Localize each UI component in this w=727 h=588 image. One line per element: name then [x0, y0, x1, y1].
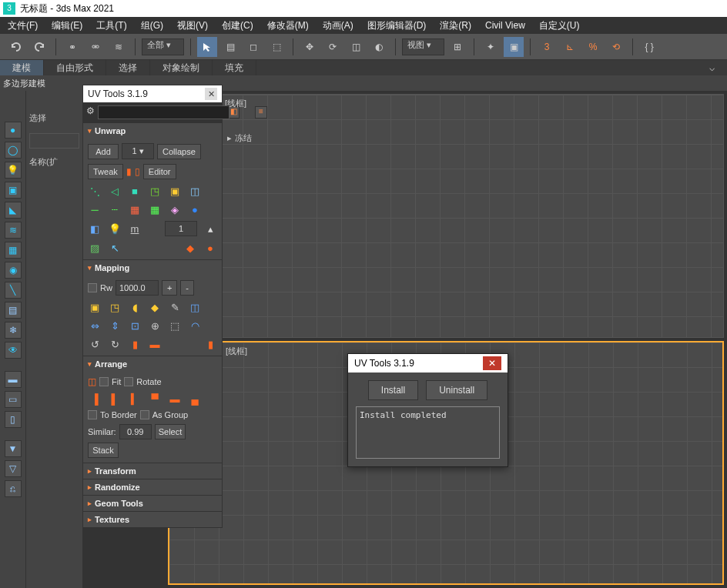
rotate-icon[interactable]: ⟳ — [323, 37, 343, 57]
display-lights-icon[interactable]: 💡 — [5, 162, 22, 179]
pivot-icon[interactable]: ⊞ — [447, 37, 467, 57]
rw-checkbox[interactable]: Rw — [88, 283, 112, 292]
spinner-snap-icon[interactable]: ⟲ — [606, 37, 626, 57]
snap-3d-icon[interactable]: 3 — [537, 37, 557, 57]
flip-h-icon[interactable]: ▮ — [128, 337, 142, 351]
fit-curve-icon[interactable]: ◠ — [188, 319, 202, 332]
place-icon[interactable]: ◐ — [369, 37, 389, 57]
menu-civil[interactable]: Civil View — [485, 20, 525, 31]
display-bones-icon[interactable]: ╲ — [5, 282, 22, 299]
sel-edge-icon[interactable]: ◁ — [108, 184, 122, 198]
fit-box-icon[interactable]: ⊡ — [128, 319, 142, 332]
window-icon[interactable]: ◧ — [88, 222, 102, 236]
funnel2-icon[interactable]: ▽ — [5, 460, 22, 477]
similar-stack-button[interactable]: Stack — [88, 443, 119, 458]
tweak-edge-icon[interactable]: ▯ — [135, 166, 140, 177]
align-b-icon[interactable]: ▄ — [188, 392, 202, 406]
sel-vertex-icon[interactable]: ⋱ — [88, 184, 102, 198]
add-button[interactable]: Add — [88, 144, 119, 159]
filter-invert-icon[interactable]: ▯ — [5, 411, 22, 428]
rot-cw-icon[interactable]: ↻ — [108, 337, 122, 351]
frozen-expand-icon[interactable]: ▸ — [227, 133, 232, 143]
dash2-icon[interactable]: ┄ — [108, 202, 122, 216]
scale-icon[interactable]: ◫ — [346, 37, 366, 57]
select-manipulate-icon[interactable]: ✦ — [481, 37, 501, 57]
similar-select-button[interactable]: Select — [155, 424, 186, 439]
menu-graph[interactable]: 图形编辑器(D) — [367, 19, 427, 32]
map-cyl-icon[interactable]: ◖ — [128, 300, 142, 314]
menu-file[interactable]: 文件(F) — [8, 19, 38, 32]
named-sel-icon[interactable]: { } — [639, 37, 659, 57]
sel-face-icon[interactable]: ■ — [128, 184, 142, 198]
circle-icon[interactable]: ● — [188, 202, 202, 216]
fit-h-icon[interactable]: ⇔ — [88, 319, 102, 332]
rw-minus-button[interactable]: - — [180, 280, 194, 296]
section-geom-header[interactable]: Geom Tools — [83, 495, 222, 511]
keyboard-shortcut-icon[interactable]: ▣ — [504, 37, 524, 57]
uvtools-titlebar[interactable]: UV Tools 3.1.9 ✕ — [83, 85, 222, 102]
menu-edit[interactable]: 编辑(E) — [52, 19, 82, 32]
m-icon[interactable]: m — [128, 222, 142, 236]
menu-tools[interactable]: 工具(T) — [96, 19, 126, 32]
uvtools-search-input[interactable] — [98, 105, 229, 119]
sphere-icon[interactable]: ● — [203, 241, 217, 255]
ribbon-collapse-icon[interactable]: ⌵ — [697, 60, 727, 75]
gear-icon[interactable]: ⚙ — [86, 105, 95, 119]
flip-v-icon[interactable]: ▬ — [148, 337, 162, 351]
map-cube-icon[interactable]: ◳ — [108, 300, 122, 314]
spinner-up-icon[interactable]: ▴ — [203, 222, 217, 236]
display-helpers-icon[interactable]: ◣ — [5, 202, 22, 219]
funnel-icon[interactable]: ▼ — [5, 440, 22, 457]
ribbon-tab-populate[interactable]: 填充 — [213, 60, 256, 75]
align-t-icon[interactable]: ▀ — [148, 392, 162, 406]
align-r-icon[interactable]: ▍ — [128, 392, 142, 406]
select-name-icon[interactable]: ▤ — [220, 37, 240, 57]
fit-checkbox[interactable]: Fit — [99, 377, 121, 386]
unwrap-num-spinner[interactable]: 1 — [165, 221, 197, 236]
map-adjust-icon[interactable]: ◫ — [188, 300, 202, 314]
display-geometry-icon[interactable]: ● — [5, 122, 22, 139]
angle-snap-icon[interactable]: ⊾ — [560, 37, 580, 57]
bind-icon[interactable]: ≋ — [109, 37, 129, 57]
menu-modifier[interactable]: 修改器(M) — [267, 19, 309, 32]
scene-search-input[interactable] — [29, 133, 79, 149]
percent-snap-icon[interactable]: % — [583, 37, 603, 57]
filter-none-icon[interactable]: ▭ — [5, 391, 22, 408]
rw-input[interactable] — [116, 280, 159, 296]
diamond-icon[interactable]: ◈ — [168, 202, 182, 216]
fit-v-icon[interactable]: ⇕ — [108, 319, 122, 332]
section-textures-header[interactable]: Textures — [83, 511, 222, 527]
tweak-button[interactable]: Tweak — [88, 164, 123, 179]
cube-icon[interactable]: ◆ — [183, 241, 197, 255]
install-dialog-titlebar[interactable]: UV Tools 3.1.9 ✕ — [348, 354, 508, 373]
display-hidden-icon[interactable]: 👁 — [5, 342, 22, 359]
menu-group[interactable]: 组(G) — [141, 19, 163, 32]
map-box-icon[interactable]: ▣ — [88, 300, 102, 314]
frozen-tool2-icon[interactable]: ≡ — [255, 106, 267, 119]
unlink-icon[interactable]: ⚮ — [85, 37, 106, 57]
map-sphere-icon[interactable]: ◆ — [148, 300, 162, 314]
fit-region-icon[interactable]: ⬚ — [168, 319, 182, 332]
section-mapping-header[interactable]: Mapping — [83, 259, 222, 276]
redo-icon[interactable] — [29, 37, 49, 57]
grid-icon[interactable]: ▦ — [148, 202, 162, 216]
display-xrefs-icon[interactable]: ◉ — [5, 262, 22, 279]
section-unwrap-header[interactable]: Unwrap — [83, 122, 222, 139]
arrange-expand-icon[interactable]: ◫ — [88, 376, 96, 387]
menu-view[interactable]: 视图(V) — [177, 19, 208, 32]
align-m-icon[interactable]: ▬ — [168, 392, 182, 406]
align-c-icon[interactable]: ▌ — [108, 392, 122, 406]
channel-spinner[interactable]: 1 ▾ — [122, 143, 154, 159]
install-button[interactable]: Install — [368, 380, 418, 400]
similar-value[interactable]: 0.99 — [119, 424, 152, 439]
rw-plus-button[interactable]: + — [162, 280, 177, 296]
sel-obj-icon[interactable]: ▣ — [168, 184, 182, 198]
align-l-icon[interactable]: ▐ — [88, 392, 102, 406]
menu-render[interactable]: 渲染(R) — [440, 19, 471, 32]
select-object-icon[interactable] — [197, 37, 217, 57]
ref-coord-combo[interactable]: 视图 ▾ — [402, 38, 444, 55]
install-dialog-close-icon[interactable]: ✕ — [483, 356, 501, 370]
reset-icon[interactable]: ▮ — [203, 337, 217, 351]
rot-ccw-icon[interactable]: ↺ — [88, 337, 102, 351]
ribbon-tab-modeling[interactable]: 建模 — [0, 60, 44, 75]
